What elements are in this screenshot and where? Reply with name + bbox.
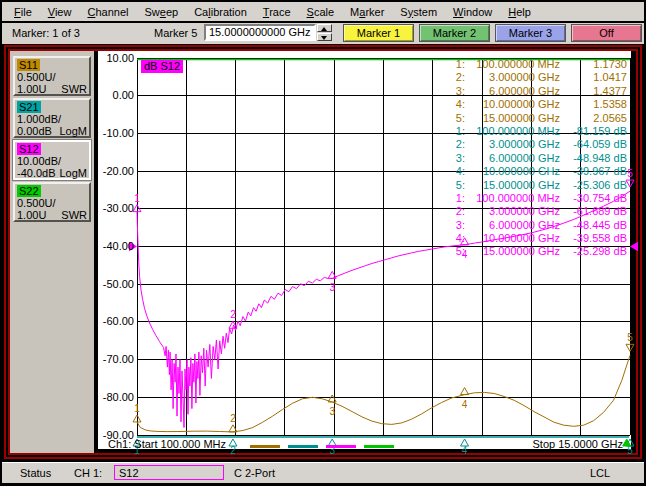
trace-format: LogM <box>59 167 87 179</box>
marker-number: 5: <box>438 245 465 258</box>
marker5-frequency-input[interactable]: 15.0000000000 GHz <box>204 24 316 41</box>
marker-number: 3: <box>438 219 465 232</box>
marker-value: -25.298 dB <box>560 245 627 258</box>
marker-frequency: 10.000000 GHz <box>465 232 560 245</box>
menu-channel[interactable]: Channel <box>79 4 136 20</box>
marker-number: 2: <box>438 71 465 84</box>
menu-window[interactable]: Window <box>445 4 500 20</box>
marker-readout-row-s21: 3:6.000000 GHz-48.948 dB <box>438 152 627 165</box>
marker-readout-row-s12: 4:10.000000 GHz-39.558 dB <box>438 232 627 245</box>
sidebar: S110.500U/1.00USWRS211.000dB/0.00dBLogMS… <box>10 51 94 453</box>
menu-help[interactable]: Help <box>500 4 539 20</box>
marker-frequency: 6.000000 GHz <box>465 152 560 165</box>
menu-calibration[interactable]: Calibration <box>186 4 255 20</box>
menu-marker[interactable]: Marker <box>342 4 392 20</box>
toolbar-button-marker-2[interactable]: Marker 2 <box>419 24 490 42</box>
marker-number: 3: <box>438 152 465 165</box>
active-window-frame: S110.500U/1.00USWRS211.000dB/0.00dBLogMS… <box>4 45 642 459</box>
cal-status-label: C 2-Port <box>234 467 275 479</box>
marker-value: -64.059 dB <box>560 138 627 151</box>
y-axis-tick-label: -40.00 <box>98 240 134 253</box>
trace-button-s22[interactable]: S220.500U/1.00USWR <box>13 182 91 222</box>
marker5-spinner <box>317 24 332 41</box>
trace-scale: 1.000dB/ <box>17 113 87 125</box>
marker-value: 1.4377 <box>560 85 627 98</box>
trace-scale: 10.00dB/ <box>17 155 87 167</box>
marker-number: 4: <box>438 165 465 178</box>
marker-frequency: 3.000000 GHz <box>465 205 560 218</box>
menu-file[interactable]: File <box>6 4 40 20</box>
marker-value: 1.5358 <box>560 98 627 111</box>
marker-label-s12-3: 3 <box>329 282 335 293</box>
trace-button-s21[interactable]: S211.000dB/0.00dBLogM <box>13 98 91 138</box>
toolbar-button-marker-1[interactable]: Marker 1 <box>343 24 414 42</box>
status-label: Status <box>20 467 51 479</box>
legend-dash <box>288 445 318 448</box>
menu-sweep[interactable]: Sweep <box>136 4 186 20</box>
menu-scale[interactable]: Scale <box>299 4 343 20</box>
y-axis-tick-label: -20.00 <box>98 165 134 178</box>
marker-label-s21-4: 4 <box>462 445 468 456</box>
trace-button-s12[interactable]: S1210.00dB/-40.0dBLogM <box>13 140 91 180</box>
trace-chip-s22: S22 <box>17 185 41 197</box>
toolbar-button-off[interactable]: Off <box>571 24 642 42</box>
marker-label-s12-2: 2 <box>230 309 236 320</box>
down-arrow-icon <box>321 36 327 40</box>
marker-frequency: 15.000000 GHz <box>465 179 560 192</box>
spinner-down-button[interactable] <box>317 33 332 41</box>
active-trace-annotation: dB S12 <box>141 60 183 73</box>
trace-reference: 1.00U <box>17 83 46 95</box>
marker-readouts: 1:100.000000 MHz1.17302:3.000000 GHz1.04… <box>438 58 627 259</box>
marker-label-s12-5: 5 <box>627 168 633 179</box>
marker-label-s11-4: 4 <box>462 399 468 410</box>
legend-dash <box>250 445 280 448</box>
trace-chip-s11: S11 <box>17 59 40 71</box>
marker-readout-row-s11: 5:15.000000 GHz2.0565 <box>438 112 627 125</box>
marker-readout-row-s12: 5:15.000000 GHz-25.298 dB <box>438 245 627 258</box>
marker-value: -30.754 dB <box>560 192 627 205</box>
marker-number: 5: <box>438 179 465 192</box>
marker-number: 4: <box>438 98 465 111</box>
marker-label-s11-2: 2 <box>230 413 236 424</box>
marker-frequency: 100.000000 MHz <box>465 58 560 71</box>
menu-view[interactable]: View <box>40 4 80 20</box>
y-axis-tick-label: -60.00 <box>98 315 134 328</box>
spinner-up-button[interactable] <box>317 24 332 32</box>
y-axis-tick-label: -80.00 <box>98 391 134 404</box>
marker-value: -61.689 dB <box>560 205 627 218</box>
y-axis-tick-label: -70.00 <box>98 353 134 366</box>
marker-value: -39.967 dB <box>560 165 627 178</box>
marker-readout-row-s21: 1:100.000000 MHz-81.159 dB <box>438 125 627 138</box>
marker-value: -48.445 dB <box>560 219 627 232</box>
y-axis-tick-label: -50.00 <box>98 278 134 291</box>
marker-frequency: 10.000000 GHz <box>465 98 560 111</box>
trace-reference: -40.0dB <box>17 167 56 179</box>
marker-number: 1: <box>438 58 465 71</box>
marker-readout-row-s11: 4:10.000000 GHz1.5358 <box>438 98 627 111</box>
marker-number: 2: <box>438 138 465 151</box>
marker-number: 4: <box>438 232 465 245</box>
trace-chip-s12: S12 <box>17 143 41 155</box>
menu-trace[interactable]: Trace <box>255 4 299 20</box>
marker-number: 2: <box>438 205 465 218</box>
toolbar-button-marker-3[interactable]: Marker 3 <box>495 24 566 42</box>
legend-dash <box>364 445 394 448</box>
menu-system[interactable]: System <box>392 4 445 20</box>
trace-button-s11[interactable]: S110.500U/1.00USWR <box>13 56 91 96</box>
marker-readout-row-s11: 1:100.000000 MHz1.1730 <box>438 58 627 71</box>
marker-label-s21-2: 2 <box>230 445 236 456</box>
marker-frequency: 10.000000 GHz <box>465 165 560 178</box>
menu-bar: FileViewChannelSweepCalibrationTraceScal… <box>2 2 644 21</box>
marker-value: 1.1730 <box>560 58 627 71</box>
marker-number: 1: <box>438 125 465 138</box>
trace-reference: 0.00dB <box>17 125 52 137</box>
marker-number: 5: <box>438 112 465 125</box>
marker-symbol-s11-4 <box>461 388 469 395</box>
marker-label-s11-3: 3 <box>329 406 335 417</box>
marker-frequency: 6.000000 GHz <box>465 85 560 98</box>
marker-frequency: 15.000000 GHz <box>465 245 560 258</box>
legend-dash <box>326 445 356 448</box>
marker5-label: Marker 5 <box>154 27 197 39</box>
y-axis-tick-label: -10.00 <box>98 127 134 140</box>
marker-readout-row-s11: 3:6.000000 GHz1.4377 <box>438 85 627 98</box>
